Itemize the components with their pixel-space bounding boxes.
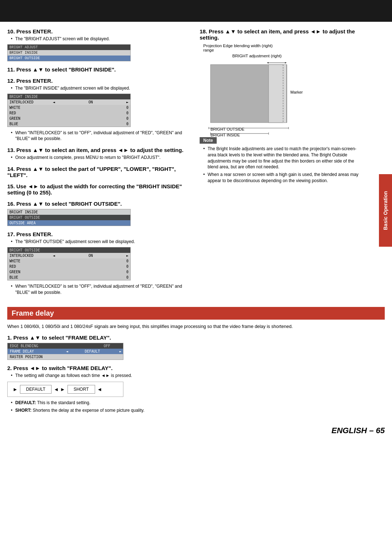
step-13: 13. Press ▲▼ to select an item, and pres… — [7, 147, 185, 161]
step-18: 18. Press ▲▼ to select an item, and pres… — [200, 28, 363, 184]
step-12-bullets: The "BRIGHT INSIDE" adjustment screen wi… — [11, 85, 185, 91]
step-11-title: 11. Press ▲▼ to select "BRIGHT INSIDE". — [7, 66, 185, 73]
diagram-label-range: range — [203, 48, 363, 52]
svg-text:BRIGHT OUTSIDE: BRIGHT OUTSIDE — [211, 127, 244, 131]
step-12: 12. Press ENTER. The "BRIGHT INSIDE" adj… — [7, 78, 185, 142]
step-18-title: 18. Press ▲▼ to select an item, and pres… — [200, 28, 363, 41]
fd-step2-sub-bullets: DEFAULT: This is the standard setting. S… — [11, 400, 185, 414]
lower-right — [192, 335, 370, 418]
diagram-label-top: Projection Edge blending width (right) — [203, 44, 363, 48]
lower-left: 1. Press ▲▼ to select "FRAME DELAY". EDG… — [0, 335, 192, 418]
svg-marker-4 — [267, 62, 269, 63]
note-box: Note The Bright Inside adjustments are u… — [200, 137, 363, 184]
svg-marker-5 — [285, 62, 287, 63]
right-column: 18. Press ▲▼ to select an item, and pres… — [192, 22, 370, 307]
bright-outside-screen: BRIGHT OUTSIDE INTERLOCKED ◄ ON ► WHITE0… — [7, 247, 131, 280]
side-tab: Basic Operation — [379, 174, 392, 247]
svg-rect-1 — [269, 65, 287, 123]
fd-step-1: 1. Press ▲▼ to select "FRAME DELAY". EDG… — [7, 335, 185, 360]
step-16-title: 16. Press ▲▼ to select "BRIGHT OUTSIDE". — [7, 201, 185, 207]
note-list: The Bright Inside adjustments are used t… — [203, 146, 363, 184]
diagram-svg: Marker BRIGHT OUTSIDE BRIGHT INSIDE — [203, 61, 341, 141]
frame-delay-section: Frame delay When 1 080/60i, 1 080/50i an… — [0, 307, 392, 330]
step-10-bullets: The "BRIGHT ADJUST" screen will be displ… — [11, 36, 185, 42]
bright-outside-menu-screen: BRIGHT INSIDE BRIGHT OUTSIDE OUTSIDE ARE… — [7, 209, 131, 226]
step-14: 14. Press ▲▼ to select the part of "UPPE… — [7, 166, 185, 178]
english-text: ENGLISH – 65 — [331, 426, 385, 435]
default-box: DEFAULT — [20, 385, 52, 394]
right-arrow-left-icon: ◄ — [54, 386, 59, 392]
svg-text:Marker: Marker — [290, 90, 303, 94]
fd-step1-title: 1. Press ▲▼ to select "FRAME DELAY". — [7, 335, 185, 341]
projection-diagram: BRIGHT adjustment (right) — [203, 54, 341, 134]
page-header — [0, 0, 392, 22]
side-tab-label: Basic Operation — [383, 191, 388, 230]
step-15: 15. Use ◄► to adjust the width for corre… — [7, 183, 185, 196]
step-17: 17. Press ENTER. The "BRIGHT OUTSIDE" ad… — [7, 231, 185, 295]
step-14-title: 14. Press ▲▼ to select the part of "UPPE… — [7, 166, 185, 178]
step-15-title: 15. Use ◄► to adjust the width for corre… — [7, 183, 185, 196]
left-arrow-icon: ► — [13, 386, 18, 392]
fd-step-2: 2. Press ◄► to switch "FRAME DELAY". The… — [7, 365, 185, 413]
step-11: 11. Press ▲▼ to select "BRIGHT INSIDE". — [7, 66, 185, 73]
frame-delay-title: Frame delay — [7, 307, 385, 320]
short-left-arrow-icon: ◄ — [97, 386, 102, 392]
step-17-bullets2: When "INTERLOCKED" is set to "OFF", indi… — [11, 283, 185, 296]
frame-delay-intro: When 1 080/60i, 1 080/50i and 1 080/24sF… — [7, 323, 385, 330]
frame-delay-menu-screen: EDGE BLENDING OFF FRAME DELAY ◄ DEFAULT … — [7, 343, 123, 360]
left-column: 10. Press ENTER. The "BRIGHT ADJUST" scr… — [0, 22, 192, 307]
step-17-title: 17. Press ENTER. — [7, 231, 185, 237]
bright-inside-screen: BRIGHT INSIDE INTERLOCKED ◄ ON ► WHITE0 … — [7, 94, 131, 127]
frame-delay-columns: 1. Press ▲▼ to select "FRAME DELAY". EDG… — [0, 335, 392, 418]
step-10: 10. Press ENTER. The "BRIGHT ADJUST" scr… — [7, 28, 185, 61]
short-box: SHORT — [68, 385, 95, 394]
bright-adj-label: BRIGHT adjustment (right) — [232, 54, 282, 58]
step-12-title: 12. Press ENTER. — [7, 78, 185, 84]
step-12-bullets2: When "INTERLOCKED" is set to "OFF", indi… — [11, 130, 185, 142]
spacer-icon: ► — [60, 386, 65, 392]
step-17-bullets: The "BRIGHT OUTSIDE" adjustment screen w… — [11, 239, 185, 245]
step-16: 16. Press ▲▼ to select "BRIGHT OUTSIDE".… — [7, 201, 185, 226]
step-13-bullets: Once adjustment is complete, press MENU … — [11, 155, 185, 161]
bright-adjust-screen: BRIGHT ADJUST BRIGHT INSIDE BRIGHT OUTSI… — [7, 44, 131, 61]
step-13-title: 13. Press ▲▼ to select an item, and pres… — [7, 147, 185, 153]
frame-delay-diagram: ► DEFAULT ◄ ► SHORT ◄ — [7, 382, 123, 397]
step-10-title: 10. Press ENTER. — [7, 28, 185, 34]
fd-step2-bullets: The setting will change as follows each … — [11, 373, 185, 379]
fd-step2-title: 2. Press ◄► to switch "FRAME DELAY". — [7, 365, 185, 371]
page-footer: ENGLISH – 65 — [0, 422, 392, 439]
